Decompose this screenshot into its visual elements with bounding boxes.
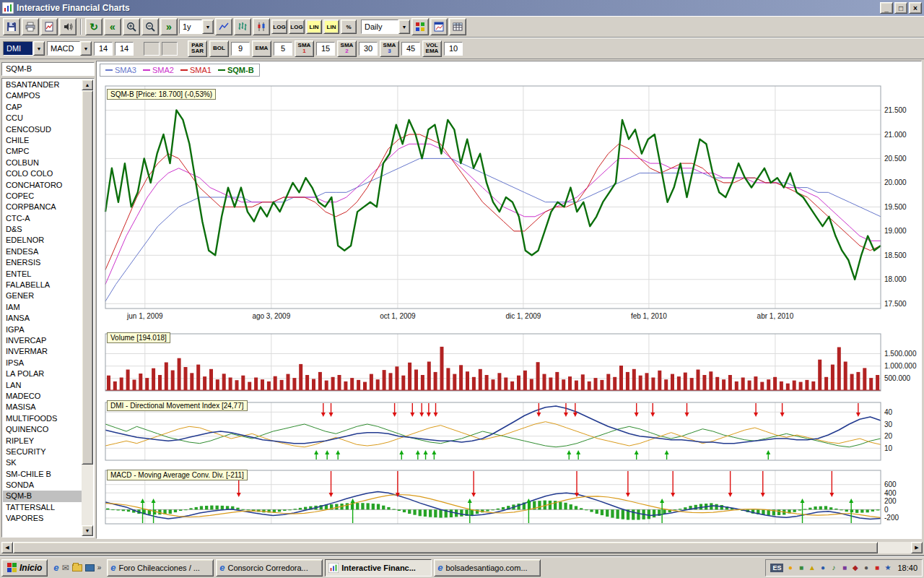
list-item[interactable]: VAPORES: [3, 513, 82, 524]
scroll-forward-button[interactable]: »: [160, 18, 178, 35]
scrollbar-track[interactable]: [82, 90, 93, 525]
list-item[interactable]: IAM: [3, 302, 82, 313]
list-item[interactable]: ENTEL: [3, 269, 82, 280]
sma3-button[interactable]: SMA3: [380, 40, 399, 57]
list-item[interactable]: CENCOSUD: [3, 124, 82, 135]
list-item[interactable]: MASISA: [3, 402, 82, 413]
chevron-down-icon[interactable]: ▼: [33, 41, 45, 56]
list-item[interactable]: ENDESA: [3, 246, 82, 257]
tray-icon[interactable]: ■: [872, 563, 881, 572]
percent-button[interactable]: %: [341, 20, 357, 34]
list-item[interactable]: CAP: [3, 102, 82, 113]
scroll-right-icon[interactable]: ▶: [911, 542, 923, 553]
tray-icon[interactable]: ■: [796, 563, 806, 572]
list-item[interactable]: INVERMAR: [3, 346, 82, 357]
lin-x-button[interactable]: LIN: [306, 20, 322, 34]
list-item[interactable]: SK: [3, 457, 82, 468]
sma1-period-field[interactable]: [316, 42, 335, 56]
list-item[interactable]: COPEC: [3, 191, 82, 202]
scroll-back-button[interactable]: «: [104, 18, 121, 35]
list-item[interactable]: COLO COLO: [3, 168, 82, 179]
minimize-button[interactable]: _: [880, 2, 893, 14]
indicator-param1-field[interactable]: [94, 42, 113, 56]
tray-icon[interactable]: ◆: [850, 563, 860, 572]
indicator-param2-field[interactable]: [115, 42, 134, 56]
list-item[interactable]: IPSA: [3, 358, 82, 368]
tray-icon[interactable]: ●: [785, 563, 795, 572]
chevron-down-icon[interactable]: ▼: [80, 41, 92, 56]
tray-icon[interactable]: ★: [883, 563, 892, 572]
language-indicator[interactable]: ES: [770, 564, 783, 572]
list-item[interactable]: LA POLAR: [3, 368, 82, 379]
list-item[interactable]: CMPC: [3, 146, 82, 157]
volume-chart[interactable]: 1.500.0001.000.000500.000: [97, 330, 920, 397]
bollinger-button[interactable]: BOL: [209, 40, 229, 57]
new-chart-window-button[interactable]: [430, 18, 448, 35]
sma2-period-field[interactable]: [359, 42, 378, 56]
list-item[interactable]: INVERCAP: [3, 335, 82, 346]
close-button[interactable]: ×: [909, 2, 922, 14]
chevron-down-icon[interactable]: ▼: [398, 20, 410, 34]
palette-button[interactable]: [411, 18, 429, 35]
chevron-down-icon[interactable]: ▼: [202, 20, 214, 34]
list-item[interactable]: RIPLEY: [3, 436, 82, 447]
taskbar-task[interactable]: ebolsadesantiago.com...: [434, 559, 541, 577]
zoom-out-button[interactable]: [141, 18, 159, 35]
scroll-down-icon[interactable]: ▼: [82, 525, 93, 536]
folder-quicklaunch-icon[interactable]: [72, 564, 82, 571]
ema-button[interactable]: EMA: [252, 40, 271, 57]
list-item[interactable]: SONDA: [3, 480, 82, 491]
sound-button[interactable]: [59, 18, 77, 35]
list-item[interactable]: SM-CHILE B: [3, 469, 82, 480]
scroll-left-icon[interactable]: ◀: [1, 542, 13, 553]
volume-ema-button[interactable]: VOLEMA: [422, 40, 442, 57]
list-scrollbar[interactable]: ▲ ▼: [82, 79, 93, 536]
list-item[interactable]: CONCHATORO: [3, 180, 82, 191]
indicator-param3-field[interactable]: [144, 42, 160, 56]
list-item[interactable]: MADECO: [3, 391, 82, 402]
indicator1-combo[interactable]: DMI ▼: [3, 41, 45, 56]
price-chart[interactable]: 21.50021.00020.50020.00019.50019.00018.5…: [97, 79, 920, 329]
mail-quicklaunch-icon[interactable]: ✉: [62, 563, 69, 573]
parabolic-sar-button[interactable]: PARSAR: [188, 40, 207, 57]
horizontal-scrollbar[interactable]: ◀ ▶: [1, 542, 923, 553]
list-item[interactable]: GENER: [3, 290, 82, 301]
list-item[interactable]: CCU: [3, 113, 82, 124]
show-desktop-icon[interactable]: [85, 564, 95, 571]
list-item[interactable]: BSANTANDER: [3, 79, 82, 90]
symbol-field[interactable]: SQM-B: [1, 62, 95, 76]
taskbar-task[interactable]: Interactive Financ...: [325, 559, 432, 577]
hscrollbar-track[interactable]: [878, 542, 911, 553]
save-button[interactable]: [3, 18, 20, 35]
refresh-button[interactable]: ↻: [85, 18, 103, 35]
log-y-button[interactable]: LOG: [289, 20, 305, 34]
list-item[interactable]: LAN: [3, 380, 82, 391]
list-item[interactable]: CAMPOS: [3, 90, 82, 101]
data-table-button[interactable]: [449, 18, 466, 35]
sma3-period-field[interactable]: [401, 42, 420, 56]
list-item[interactable]: IANSA: [3, 313, 82, 324]
candlestick-chart-button[interactable]: [253, 18, 270, 35]
bollinger-period-field[interactable]: [231, 42, 250, 56]
list-item[interactable]: FALABELLA: [3, 280, 82, 290]
list-item[interactable]: SECURITY: [3, 447, 82, 457]
tray-icon[interactable]: ▲: [807, 563, 816, 572]
tray-icon[interactable]: ●: [861, 563, 871, 572]
tray-icon[interactable]: ♪: [829, 563, 838, 572]
list-item[interactable]: SQM-B: [3, 491, 82, 501]
tray-icon[interactable]: ■: [840, 563, 849, 572]
indicator2-combo[interactable]: MACD ▼: [47, 41, 92, 56]
list-item[interactable]: EDELNOR: [3, 235, 82, 246]
start-button[interactable]: Inicio: [1, 559, 48, 577]
print-button[interactable]: [22, 18, 39, 35]
taskbar-task[interactable]: eConsorcio Corredora...: [216, 559, 323, 577]
scroll-up-icon[interactable]: ▲: [82, 79, 93, 90]
line-chart-button[interactable]: [215, 18, 232, 35]
tray-icon[interactable]: ●: [818, 563, 827, 572]
volume-ema-period-field[interactable]: [444, 42, 463, 56]
log-x-button[interactable]: LOG: [271, 20, 287, 34]
list-item[interactable]: TATTERSALL: [3, 502, 82, 513]
ohlc-chart-button[interactable]: [234, 18, 251, 35]
list-item[interactable]: D&S: [3, 224, 82, 235]
list-item[interactable]: COLBUN: [3, 158, 82, 168]
